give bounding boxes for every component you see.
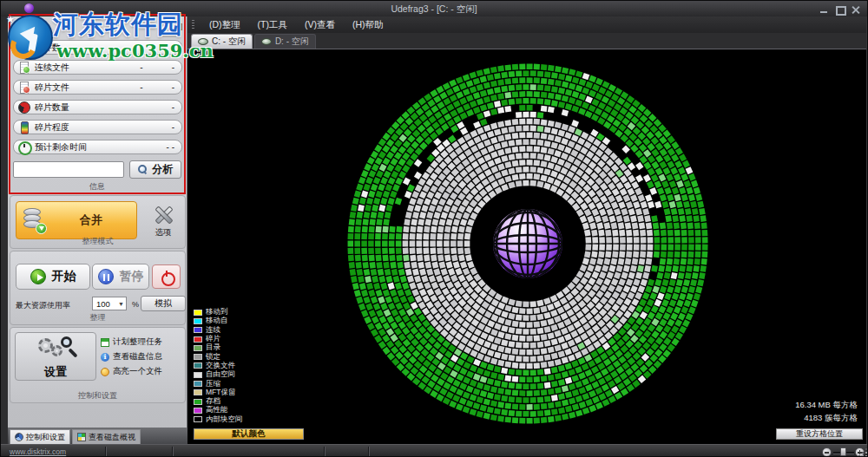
power-icon <box>161 271 173 283</box>
stat-row-4: 碎片程度- <box>13 120 182 134</box>
run-controls-group: 开始 暂停 最大资源使用率 100 ▼ % 模拟 整理 <box>10 251 186 325</box>
pause-button[interactable]: 暂停 <box>92 264 149 290</box>
info-rows: 文件数--连续文件--碎片文件--碎片数量-碎片程度-预计剩余时间- - <box>13 40 182 160</box>
stat-value-1: - <box>126 82 157 92</box>
highlight-icon <box>101 368 109 376</box>
reset-squares-button[interactable]: 重设方格位置 <box>776 428 863 440</box>
status-separator <box>105 447 106 456</box>
legend-swatch <box>194 389 202 395</box>
legend-swatch <box>194 399 202 405</box>
max-resource-value: 100 <box>96 299 110 309</box>
view-disk-info-link[interactable]: 查看磁盘信息 <box>101 351 186 362</box>
stat-row-1: 连续文件-- <box>13 60 182 75</box>
menu-item[interactable]: (T)工具 <box>249 16 296 33</box>
settings-links: 计划整理任务查看磁盘信息高亮一个文件 <box>101 336 186 377</box>
defrag-mode-group: 合并 选项 整理模式 <box>10 195 186 249</box>
legend-swatch <box>194 381 202 387</box>
settings-button[interactable]: 设置 <box>15 332 96 381</box>
fragmentation-level-icon <box>18 121 30 133</box>
udefrag-window: Udefrag3 - [C: - 空闲] (D)整理(T)工具(V)查看(H)帮… <box>0 0 868 457</box>
max-resource-label: 最大资源使用率 <box>16 300 70 311</box>
status-separator <box>324 447 325 456</box>
fragments-count-icon <box>18 101 30 113</box>
drive-tab-label: D: - 空闲 <box>275 36 309 48</box>
default-colors-button[interactable]: 默认颜色 <box>194 428 304 440</box>
minimize-button-icon[interactable] <box>819 5 831 15</box>
status-separator <box>368 447 369 456</box>
menu-items: (D)整理(T)工具(V)查看(H)帮助 <box>201 16 392 33</box>
stat-label: 预计剩余时间 <box>35 141 126 153</box>
files-count-icon <box>18 42 30 53</box>
highlight-file-link[interactable]: 高亮一个文件 <box>101 366 186 377</box>
settings-group: 设置 计划整理任务查看磁盘信息高亮一个文件 控制和设置 <box>10 327 186 403</box>
database-stack-icon <box>23 208 44 232</box>
analyze-button[interactable]: 分析 <box>129 160 181 179</box>
max-resource-select[interactable]: 100 ▼ <box>92 297 127 310</box>
legend-swatch <box>194 372 202 378</box>
simulate-button[interactable]: 模拟 <box>141 296 186 311</box>
stat-row-0: 文件数-- <box>13 40 182 55</box>
zoom-slider-thumb[interactable] <box>840 447 846 456</box>
clusters-per-square-label: 4183 簇每方格 <box>804 413 858 424</box>
merge-label: 合并 <box>53 212 129 228</box>
status-separator <box>172 447 173 456</box>
menu-item[interactable]: (H)帮助 <box>344 16 392 33</box>
menu-item[interactable]: (V)查看 <box>296 16 344 33</box>
simulate-label: 模拟 <box>155 297 172 310</box>
stat-label: 碎片程度 <box>35 121 126 134</box>
info-group-label: 信息 <box>8 181 187 193</box>
magnifier-icon <box>138 165 148 174</box>
settings-link-label: 计划整理任务 <box>113 336 162 348</box>
control-panel: 文件数--连续文件--碎片文件--碎片数量-碎片程度-预计剩余时间- - 分析 … <box>8 16 187 444</box>
stat-label: 连续文件 <box>35 62 126 74</box>
tools-icon <box>152 204 174 225</box>
stat-row-2: 碎片文件-- <box>13 80 182 95</box>
legend-swatch <box>194 336 202 343</box>
resize-grip-icon[interactable] <box>859 449 867 457</box>
legend-swatch <box>194 318 202 324</box>
disktrix-link[interactable]: www.disktrix.com <box>10 447 66 456</box>
window-title: Udefrag3 - [C: - 空闲] <box>1 3 867 16</box>
stat-value-2: - <box>157 82 174 92</box>
stat-value-2: - <box>157 42 174 52</box>
disk-view: 移动到移动自连续碎片目录锁定交换文件自由空间压缩MFT保留存档高性能内部块空间 … <box>187 49 866 444</box>
file-filter-input[interactable] <box>13 161 124 178</box>
disk-overview-tab-icon <box>77 433 86 441</box>
close-button-icon[interactable] <box>850 5 862 15</box>
panel-tab-0[interactable]: 控制和设置 <box>10 429 70 444</box>
stat-label: 碎片数量 <box>35 101 126 114</box>
toolbar-grip-icon[interactable] <box>192 20 194 30</box>
disk-map[interactable] <box>187 49 866 444</box>
status-bar: www.disktrix.com <box>1 444 868 457</box>
stat-value-1: - <box>126 42 157 52</box>
stat-row-5: 预计剩余时间- - <box>13 140 182 154</box>
drive-tab-0[interactable]: C: - 空闲 <box>191 34 253 49</box>
pause-label: 暂停 <box>120 269 144 284</box>
legend-swatch <box>194 310 202 316</box>
time-remaining-icon <box>18 141 30 153</box>
stat-value-2: - <box>157 122 174 132</box>
settings-link-label: 查看磁盘信息 <box>113 351 162 362</box>
legend-swatch <box>194 345 202 351</box>
merge-button[interactable]: 合并 <box>16 201 137 239</box>
stop-button[interactable] <box>152 264 181 289</box>
settings-group-label: 控制和设置 <box>10 390 185 402</box>
zoom-out-button[interactable] <box>822 447 832 457</box>
panel-tab-1[interactable]: 查看磁盘概视 <box>72 429 141 444</box>
panel-tab-label: 控制和设置 <box>26 432 65 443</box>
start-button[interactable]: 开始 <box>16 264 90 290</box>
menu-bar: (D)整理(T)工具(V)查看(H)帮助 <box>187 16 866 33</box>
schedule-defrag-link[interactable]: 计划整理任务 <box>101 336 186 348</box>
legend-swatch <box>194 408 202 414</box>
stat-label: 文件数 <box>35 42 126 54</box>
disk-legend: 移动到移动自连续碎片目录锁定交换文件自由空间压缩MFT保留存档高性能内部块空间 <box>194 308 243 424</box>
panel-pin-icon[interactable] <box>175 23 182 30</box>
diskinfo-icon <box>101 353 109 362</box>
drive-tab-1[interactable]: D: - 空闲 <box>254 34 316 49</box>
maximize-button-icon[interactable] <box>834 5 846 15</box>
legend-swatch <box>194 416 202 422</box>
legend-swatch <box>194 327 202 333</box>
stat-value-1: - <box>126 62 157 72</box>
stat-row-3: 碎片数量- <box>13 100 182 114</box>
menu-item[interactable]: (D)整理 <box>201 16 249 33</box>
